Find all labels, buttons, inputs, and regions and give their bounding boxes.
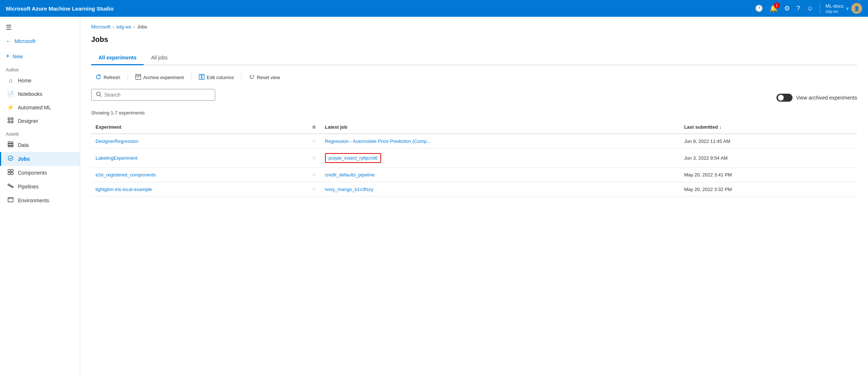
tabs: All experiments All jobs	[91, 51, 857, 65]
edit-columns-button[interactable]: Edit columns	[194, 72, 238, 83]
breadcrumb-sep-1: ›	[113, 24, 114, 30]
designer-label: Designer	[18, 118, 38, 124]
author-section-label: Author	[0, 64, 80, 74]
help-icon[interactable]: ?	[797, 5, 800, 12]
sidebar-item-pipelines[interactable]: Pipelines	[0, 180, 80, 194]
last-submitted-cell-3: May 20, 2022 3:32 PM	[680, 182, 857, 197]
experiment-link-2[interactable]: e2e_registered_components	[96, 172, 156, 178]
back-to-microsoft[interactable]: ← Microsoft	[0, 35, 80, 49]
experiment-link-0[interactable]: DesignerRegression	[96, 139, 139, 144]
history-icon[interactable]: 🕐	[755, 4, 763, 12]
content-area: Microsoft › sdg-ws › Jobs Jobs All exper…	[80, 17, 868, 378]
view-archived-toggle[interactable]	[776, 94, 793, 102]
svg-rect-26	[199, 74, 201, 79]
breadcrumb-jobs: Jobs	[137, 24, 147, 30]
star-cell-1[interactable]: ☆	[307, 149, 321, 168]
experiment-cell: LabelingExperiment	[91, 149, 307, 168]
experiment-link-1[interactable]: LabelingExperiment	[96, 155, 137, 161]
table-body: DesignerRegression ☆ Regression - Automo…	[91, 134, 857, 197]
user-menu[interactable]: ML-docs sdg-ws ∨ 👤	[820, 3, 862, 14]
environments-icon	[7, 197, 14, 204]
notebooks-label: Notebooks	[18, 91, 42, 97]
latest-job-cell-0: Regression - Automobile Price Prediction…	[321, 134, 680, 149]
reset-view-button[interactable]: Reset view	[244, 72, 284, 83]
back-label: Microsoft	[15, 38, 35, 44]
star-cell-3[interactable]: ☆	[307, 182, 321, 197]
components-icon	[7, 169, 14, 176]
notebooks-icon: 📄	[7, 90, 14, 97]
subscription-name: sdg-ws	[825, 9, 844, 13]
svg-rect-15	[11, 172, 13, 175]
star-icon: ☆	[312, 124, 316, 130]
experiments-table: Experiment ☆ Latest job Last submitted ↓	[91, 121, 857, 197]
jobs-label: Jobs	[18, 156, 30, 162]
archive-experiment-button[interactable]: Archive experiment	[131, 72, 188, 83]
svg-rect-14	[8, 172, 10, 175]
view-archived-toggle-area: View archived experiments	[776, 94, 857, 102]
user-info: ML-docs sdg-ws	[825, 3, 844, 13]
sidebar-item-jobs[interactable]: Jobs	[0, 152, 80, 166]
pipelines-icon	[7, 183, 14, 190]
table-row: lightgbm-iris-local-example ☆ ivory_mang…	[91, 182, 857, 197]
breadcrumb-sdg-ws[interactable]: sdg-ws	[116, 24, 131, 30]
refresh-button[interactable]: Refresh	[91, 72, 125, 83]
tab-all-jobs[interactable]: All jobs	[144, 51, 175, 65]
archive-icon	[135, 74, 141, 81]
highlighted-job-cell: purple_insect_ryfqcmt6	[325, 153, 381, 163]
notification-badge: 1	[774, 3, 780, 8]
assets-section-label: Assets	[0, 128, 80, 138]
search-bar[interactable]	[91, 89, 215, 101]
latest-job-link-1[interactable]: purple_insect_ryfqcmt6	[329, 155, 377, 161]
last-submitted-cell-1: Jun 3, 2022 9:54 AM	[680, 149, 857, 168]
latest-job-cell-1: purple_insect_ryfqcmt6	[321, 149, 680, 168]
new-button[interactable]: + New	[0, 49, 80, 64]
hamburger-button[interactable]: ☰	[0, 20, 80, 35]
user-dropdown-icon: ∨	[846, 6, 849, 11]
latest-job-link-3[interactable]: ivory_mango_b1v3fszy	[325, 187, 373, 192]
sidebar-item-notebooks[interactable]: 📄 Notebooks	[0, 87, 80, 101]
sidebar: ☰ ← Microsoft + New Author ⌂ Home 📄 Note…	[0, 17, 80, 378]
back-icon: ←	[6, 38, 12, 44]
sidebar-item-automated-ml[interactable]: ⚡ Automated ML	[0, 101, 80, 114]
toolbar-separator-1	[128, 74, 128, 82]
sidebar-item-designer[interactable]: Designer	[0, 114, 80, 128]
jobs-icon	[7, 155, 14, 163]
latest-job-link-2[interactable]: credit_defaults_pipeline	[325, 172, 375, 178]
svg-rect-10	[8, 146, 13, 147]
toolbar: Refresh Archive experiment Edit columns	[91, 72, 857, 83]
sidebar-item-components[interactable]: Components	[0, 166, 80, 180]
breadcrumb-sep-2: ›	[133, 24, 135, 30]
environments-label: Environments	[18, 198, 49, 203]
tab-all-experiments[interactable]: All experiments	[91, 51, 144, 65]
col-star: ☆	[307, 121, 321, 134]
svg-rect-13	[11, 169, 13, 172]
edit-columns-icon	[199, 74, 205, 81]
latest-job-link-0[interactable]: Regression - Automobile Price Prediction…	[325, 139, 431, 144]
designer-icon	[7, 117, 14, 125]
star-cell-0[interactable]: ☆	[307, 134, 321, 149]
sidebar-item-home[interactable]: ⌂ Home	[0, 74, 80, 87]
sidebar-item-data[interactable]: Data	[0, 138, 80, 152]
search-input[interactable]	[104, 92, 210, 98]
latest-job-cell-3: ivory_mango_b1v3fszy	[321, 182, 680, 197]
svg-line-19	[9, 185, 10, 186]
svg-rect-12	[8, 169, 10, 172]
settings-icon[interactable]: ⚙	[784, 4, 790, 12]
feedback-icon[interactable]: ☺	[807, 5, 813, 12]
svg-point-11	[8, 156, 13, 161]
experiment-link-3[interactable]: lightgbm-iris-local-example	[96, 187, 152, 192]
breadcrumb: Microsoft › sdg-ws › Jobs	[91, 24, 857, 30]
automated-ml-icon: ⚡	[7, 104, 14, 111]
avatar[interactable]: 👤	[851, 3, 862, 14]
star-cell-2[interactable]: ☆	[307, 168, 321, 182]
table-row: LabelingExperiment ☆ purple_insect_ryfqc…	[91, 149, 857, 168]
breadcrumb-microsoft[interactable]: Microsoft	[91, 24, 111, 30]
table-row: DesignerRegression ☆ Regression - Automo…	[91, 134, 857, 149]
table-header: Experiment ☆ Latest job Last submitted ↓	[91, 121, 857, 134]
last-submitted-cell-2: May 20, 2022 3:41 PM	[680, 168, 857, 182]
svg-rect-9	[8, 144, 13, 145]
new-icon: +	[6, 52, 10, 60]
svg-rect-25	[136, 74, 141, 76]
sidebar-item-environments[interactable]: Environments	[0, 194, 80, 207]
notifications-icon[interactable]: 🔔 1	[770, 4, 778, 12]
